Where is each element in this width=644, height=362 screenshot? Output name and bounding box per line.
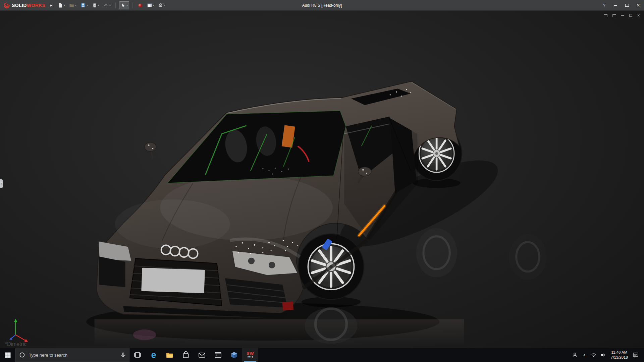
logo-text-solid: SOLID — [12, 3, 27, 8]
toolbar-separator — [115, 2, 116, 8]
windows-logo-icon — [5, 352, 11, 358]
maximize-button[interactable] — [621, 0, 633, 10]
file-explorer-button[interactable] — [162, 348, 178, 362]
menu-expand-arrow-icon[interactable]: ▸ — [48, 3, 56, 8]
doc-window-icon[interactable] — [604, 14, 607, 17]
action-center-icon — [632, 352, 639, 358]
doc-window-icon[interactable] — [612, 14, 616, 17]
dassault-logo-icon — [3, 2, 10, 9]
taskbar-search[interactable] — [15, 348, 129, 362]
logo-text-works: WORKS — [27, 3, 46, 8]
taskbar: e — [0, 348, 644, 362]
window-title: Audi R8 S [Read-only] — [302, 3, 342, 8]
task-view-button[interactable] — [129, 348, 146, 362]
license-plate — [141, 268, 205, 293]
network-tray-button[interactable] — [590, 352, 598, 358]
undo-button[interactable]: ▾ — [102, 1, 112, 9]
doc-minimize-icon[interactable] — [621, 15, 624, 16]
help-button[interactable]: ? — [598, 0, 610, 10]
store-bag-icon — [182, 351, 190, 359]
new-document-icon — [58, 3, 63, 8]
solidworks-app-button[interactable]: SW 2017 — [242, 348, 258, 362]
solidworks-year-badge: 2017 — [248, 356, 253, 359]
open-document-button[interactable]: ▾ — [68, 1, 78, 9]
cube-app-icon — [230, 351, 238, 359]
speaker-icon — [600, 352, 606, 358]
select-tool-button[interactable]: ▾ — [119, 1, 129, 9]
new-document-button[interactable]: ▾ — [56, 1, 66, 9]
clock-date: 7/13/2018 — [611, 355, 628, 360]
open-folder-icon — [69, 3, 74, 8]
design-table-icon — [147, 3, 152, 8]
cortana-circle-icon — [19, 352, 25, 358]
volume-tray-button[interactable] — [599, 352, 607, 358]
task-view-icon — [133, 351, 142, 359]
start-button[interactable] — [0, 348, 15, 362]
folder-icon — [166, 351, 174, 359]
undo-arrow-icon — [103, 3, 109, 8]
solidworks-icon: SW 2017 — [247, 351, 254, 359]
cube-app-button[interactable] — [226, 348, 242, 362]
printer-icon — [92, 3, 97, 8]
red-sphere-icon — [138, 3, 143, 8]
store-button[interactable] — [178, 348, 194, 362]
edge-button[interactable]: e — [146, 348, 162, 362]
mail-envelope-icon — [198, 351, 206, 359]
app-logo: SOLIDWORKS — [0, 2, 48, 9]
person-icon — [572, 352, 578, 358]
window-controls: ? × — [598, 0, 644, 10]
search-input[interactable] — [28, 352, 117, 358]
print-button[interactable]: ▾ — [91, 1, 101, 9]
edge-icon: e — [151, 351, 156, 360]
people-tray-button[interactable] — [571, 352, 579, 358]
titlebar: SOLIDWORKS ▸ ▾ ▾ — [0, 0, 644, 11]
taskbar-clock[interactable]: 11:46 AM 7/13/2018 — [608, 350, 630, 360]
minimize-icon — [614, 5, 617, 6]
orientation-triad — [9, 319, 28, 342]
options-button[interactable]: ⚙ ▾ — [157, 1, 166, 9]
left-mirror — [145, 142, 156, 159]
console-app-button[interactable] — [210, 348, 226, 362]
doc-close-icon[interactable]: × — [637, 13, 640, 18]
3d-scene[interactable]: *Dimetric — [0, 11, 644, 348]
select-cursor-icon — [120, 3, 126, 8]
hidden-icons-button[interactable]: ∧ — [580, 353, 588, 357]
toolbar-separator — [132, 2, 133, 8]
view-orientation-label: *Dimetric — [5, 341, 27, 347]
gear-icon: ⚙ — [158, 3, 163, 8]
main-toolbar: ▾ ▾ ▾ — [56, 1, 166, 9]
console-window-icon — [214, 351, 222, 359]
collapsed-panel-tab[interactable]: ‹ — [0, 179, 3, 188]
mail-button[interactable] — [194, 348, 210, 362]
action-center-button[interactable] — [632, 352, 640, 358]
design-table-button[interactable]: ▾ — [146, 1, 156, 9]
document-window-controls: × — [604, 13, 640, 18]
minimize-button[interactable] — [610, 0, 621, 10]
wifi-icon — [591, 352, 596, 358]
left-intake — [99, 256, 125, 287]
system-tray: ∧ 11:46 AM 7/13/2018 — [571, 348, 644, 362]
clock-time: 11:46 AM — [611, 350, 628, 355]
record-macro-button[interactable] — [136, 1, 144, 9]
save-button[interactable]: ▾ — [79, 1, 89, 9]
close-button[interactable]: × — [633, 0, 644, 10]
screen: SOLIDWORKS ▸ ▾ ▾ — [0, 0, 644, 362]
microphone-icon[interactable] — [120, 352, 126, 358]
front-wheel — [298, 234, 364, 307]
save-floppy-icon — [80, 3, 86, 8]
red-reflector — [282, 302, 293, 311]
doc-restore-icon[interactable] — [629, 14, 632, 17]
maximize-icon — [625, 4, 629, 7]
graphics-viewport[interactable]: × ‹ — [0, 11, 644, 348]
